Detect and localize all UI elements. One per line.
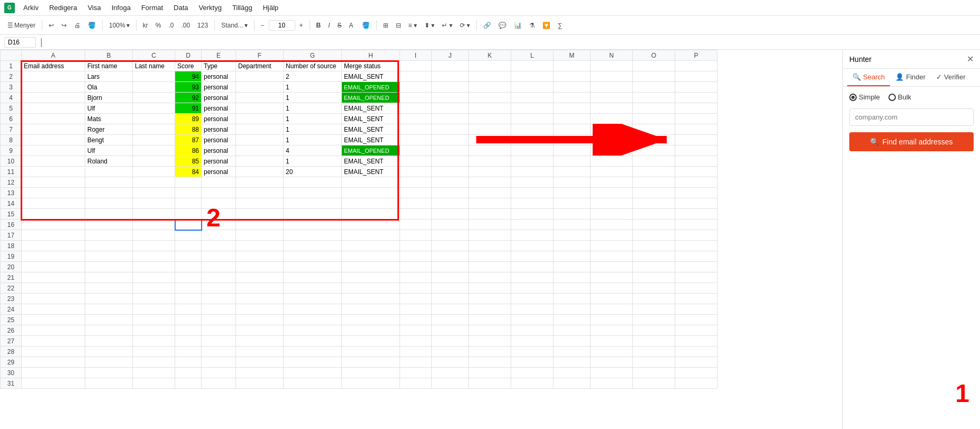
cell-r31-c15[interactable] — [675, 378, 718, 389]
cell-r27-c4[interactable] — [202, 336, 236, 346]
cell-r4-c13[interactable] — [591, 93, 633, 103]
cell-r21-c2[interactable] — [133, 272, 175, 283]
cell-r7-c10[interactable] — [469, 124, 511, 135]
cell-r23-c13[interactable] — [591, 294, 633, 304]
cell-r18-c7[interactable] — [342, 241, 400, 251]
align-h-button[interactable]: ≡ ▾ — [405, 20, 420, 31]
cell-r13-c14[interactable] — [633, 188, 675, 198]
font-size-input[interactable] — [269, 20, 295, 31]
cell-r14-c12[interactable] — [553, 198, 591, 209]
cell-r21-c3[interactable] — [175, 272, 202, 283]
cell-r16-c11[interactable] — [511, 220, 553, 230]
cell-r9-c5[interactable] — [236, 145, 284, 156]
cell-r1-c7[interactable]: Merge status — [342, 61, 400, 71]
cell-r17-c15[interactable] — [675, 230, 718, 241]
cell-r11-c4[interactable]: personal — [202, 167, 236, 177]
cell-r19-c14[interactable] — [633, 251, 675, 262]
comment-button[interactable]: 💬 — [495, 20, 510, 31]
cell-r27-c0[interactable] — [22, 336, 85, 346]
filter-button[interactable]: ⚗ — [526, 20, 538, 31]
cell-r24-c14[interactable] — [633, 304, 675, 315]
cell-r17-c1[interactable] — [85, 230, 133, 241]
cell-r4-c9[interactable] — [432, 93, 469, 103]
cell-r12-c14[interactable] — [633, 177, 675, 188]
col-header-H[interactable]: H — [342, 50, 400, 61]
cell-r7-c3[interactable]: 88 — [175, 124, 202, 135]
col-header-P[interactable]: P — [675, 50, 718, 61]
col-header-B[interactable]: B — [85, 50, 133, 61]
cell-r28-c6[interactable] — [284, 346, 342, 357]
cell-r15-c6[interactable] — [284, 209, 342, 220]
cell-r25-c15[interactable] — [675, 315, 718, 325]
cell-r18-c9[interactable] — [432, 241, 469, 251]
cell-r21-c6[interactable] — [284, 272, 342, 283]
cell-r8-c4[interactable]: personal — [202, 135, 236, 145]
cell-r17-c9[interactable] — [432, 230, 469, 241]
cell-r5-c11[interactable] — [511, 103, 553, 114]
col-header-C[interactable]: C — [133, 50, 175, 61]
cell-r26-c7[interactable] — [342, 325, 400, 336]
cell-r1-c8[interactable] — [400, 61, 432, 71]
cell-r26-c0[interactable] — [22, 325, 85, 336]
cell-r22-c5[interactable] — [236, 283, 284, 294]
bulk-mode-radio[interactable]: Bulk — [888, 93, 911, 101]
cell-r26-c15[interactable] — [675, 325, 718, 336]
cell-r17-c7[interactable] — [342, 230, 400, 241]
cell-r17-c3[interactable] — [175, 230, 202, 241]
cell-r30-c13[interactable] — [591, 368, 633, 378]
cell-r8-c6[interactable]: 1 — [284, 135, 342, 145]
cell-r8-c3[interactable]: 87 — [175, 135, 202, 145]
cell-r21-c7[interactable] — [342, 272, 400, 283]
cell-r20-c12[interactable] — [553, 262, 591, 272]
cell-r2-c3[interactable]: 94 — [175, 71, 202, 82]
cell-r3-c8[interactable] — [400, 82, 432, 93]
cell-r16-c15[interactable] — [675, 220, 718, 230]
col-header-L[interactable]: L — [511, 50, 553, 61]
cell-r25-c9[interactable] — [432, 315, 469, 325]
cell-r14-c15[interactable] — [675, 198, 718, 209]
cell-r12-c5[interactable] — [236, 177, 284, 188]
cell-r11-c8[interactable] — [400, 167, 432, 177]
cell-r28-c0[interactable] — [22, 346, 85, 357]
cell-r7-c11[interactable] — [511, 124, 553, 135]
col-header-O[interactable]: O — [633, 50, 675, 61]
cell-r23-c10[interactable] — [469, 294, 511, 304]
cell-r4-c12[interactable] — [553, 93, 591, 103]
cell-r31-c8[interactable] — [400, 378, 432, 389]
cell-r25-c8[interactable] — [400, 315, 432, 325]
cell-r29-c11[interactable] — [511, 357, 553, 368]
cell-r5-c4[interactable]: personal — [202, 103, 236, 114]
cell-r28-c4[interactable] — [202, 346, 236, 357]
cell-r1-c2[interactable]: Last name — [133, 61, 175, 71]
cell-r16-c1[interactable] — [85, 220, 133, 230]
cell-r26-c14[interactable] — [633, 325, 675, 336]
cell-r17-c14[interactable] — [633, 230, 675, 241]
cell-r29-c1[interactable] — [85, 357, 133, 368]
cell-r9-c13[interactable] — [591, 145, 633, 156]
cell-r2-c1[interactable]: Lars — [85, 71, 133, 82]
cell-r1-c4[interactable]: Type — [202, 61, 236, 71]
chart-button[interactable]: 📊 — [511, 20, 525, 31]
cell-r2-c0[interactable] — [22, 71, 85, 82]
cell-r1-c9[interactable] — [432, 61, 469, 71]
cell-r27-c11[interactable] — [511, 336, 553, 346]
cell-r22-c4[interactable] — [202, 283, 236, 294]
cell-r11-c7[interactable]: EMAIL_SENT — [342, 167, 400, 177]
cell-r2-c5[interactable] — [236, 71, 284, 82]
cell-r29-c13[interactable] — [591, 357, 633, 368]
link-button[interactable]: 🔗 — [480, 20, 494, 31]
cell-r3-c13[interactable] — [591, 82, 633, 93]
cell-r14-c10[interactable] — [469, 198, 511, 209]
cell-r26-c9[interactable] — [432, 325, 469, 336]
cell-r28-c9[interactable] — [432, 346, 469, 357]
cell-r7-c8[interactable] — [400, 124, 432, 135]
cell-r31-c10[interactable] — [469, 378, 511, 389]
cell-r22-c10[interactable] — [469, 283, 511, 294]
cell-r7-c5[interactable] — [236, 124, 284, 135]
font-format-selector[interactable]: Stand... ▾ — [218, 20, 250, 31]
cell-r27-c2[interactable] — [133, 336, 175, 346]
cell-r14-c2[interactable] — [133, 198, 175, 209]
cell-r3-c14[interactable] — [633, 82, 675, 93]
cell-r9-c10[interactable] — [469, 145, 511, 156]
cell-r9-c9[interactable] — [432, 145, 469, 156]
